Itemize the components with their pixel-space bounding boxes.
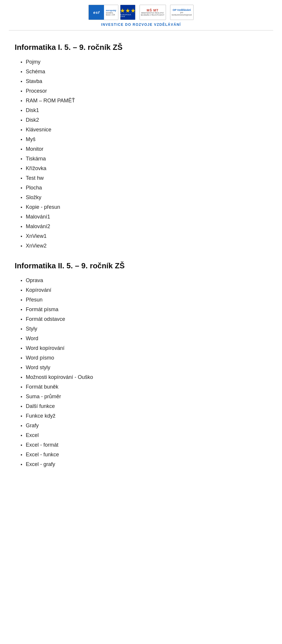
section1-list: PojmySchémaStavbaProcesorRAM – ROM PAMĚŤ… — [15, 57, 267, 251]
list-item: Monitor — [21, 144, 267, 154]
esf-abbr: esf — [89, 5, 104, 20]
list-item: Funkce když — [21, 411, 267, 421]
list-item: Excel - funkce — [21, 450, 267, 460]
list-item: Disk1 — [21, 106, 267, 115]
list-item: XnView2 — [21, 241, 267, 251]
list-item: Kopie - přesun — [21, 202, 267, 212]
list-item: Word — [21, 334, 267, 343]
list-item: Excel — [21, 431, 267, 440]
op-sub: pro konkurenceschopnost — [172, 11, 192, 16]
op-logo: OP Vzdělávání pro konkurenceschopnost — [170, 5, 194, 20]
list-item: Další funkce — [21, 401, 267, 411]
list-item: Excel - formát — [21, 440, 267, 450]
header-logos: esf evropský sociální fond v ČR ★★★ EVRO… — [0, 0, 282, 21]
op-title: OP Vzdělávání — [173, 9, 191, 11]
esf-logo: esf evropský sociální fond v ČR — [88, 5, 118, 20]
list-item: Oprava — [21, 276, 267, 285]
list-item: Grafy — [21, 421, 267, 431]
list-item: Malování2 — [21, 222, 267, 231]
list-item: Excel - grafy — [21, 460, 267, 469]
list-item: XnView1 — [21, 231, 267, 241]
list-item: Word styly — [21, 363, 267, 372]
eu-flag-logo: ★★★ EVROPSKÁ UNIE — [120, 5, 135, 20]
list-item: Klávesnice — [21, 125, 267, 135]
list-item: Suma - průměr — [21, 392, 267, 401]
section1-title: Informatika I. 5. – 9. ročník ZŠ — [15, 43, 267, 52]
list-item: Malování1 — [21, 212, 267, 222]
list-item: Disk2 — [21, 115, 267, 125]
list-item: Formát písma — [21, 305, 267, 314]
list-item: Procesor — [21, 86, 267, 96]
msmt-full: MINISTERSTVO ŠKOLSTVÍ, MLÁDEŽE A TĚLOVÝC… — [141, 12, 164, 16]
list-item: RAM – ROM PAMĚŤ — [21, 96, 267, 106]
list-item: Word písmo — [21, 353, 267, 363]
header-divider — [9, 30, 273, 30]
list-item: Styly — [21, 324, 267, 334]
eu-stars: ★★★ — [120, 8, 136, 13]
msmt-logo: MŠ MT MINISTERSTVO ŠKOLSTVÍ, MLÁDEŽE A T… — [140, 5, 166, 20]
page-content: Informatika I. 5. – 9. ročník ZŠ PojmySc… — [0, 37, 282, 483]
list-item: Formát odstavce — [21, 314, 267, 324]
esf-line1: evropský — [106, 9, 116, 12]
esf-line2: sociální — [106, 12, 116, 14]
msmt-abbr: MŠ MT — [147, 9, 158, 12]
section2-list: OpravaKopírováníPřesunFormát písmaFormát… — [15, 276, 267, 469]
eu-label: EVROPSKÁ UNIE — [120, 14, 135, 17]
esf-line3: fond v ČR — [106, 14, 116, 16]
list-item: Kopírování — [21, 285, 267, 295]
list-item: Test hw — [21, 173, 267, 183]
list-item: Možnosti kopírování - Ouško — [21, 372, 267, 382]
list-item: Formát buněk — [21, 382, 267, 392]
list-item: Tiskárna — [21, 154, 267, 164]
investice-banner: INVESTICE DO ROZVOJE VZDĚLÁVÁNÍ — [0, 21, 282, 30]
list-item: Word kopírování — [21, 343, 267, 353]
list-item: Přesun — [21, 295, 267, 305]
esf-text: evropský sociální fond v ČR — [104, 5, 118, 20]
list-item: Složky — [21, 193, 267, 202]
list-item: Stavba — [21, 77, 267, 86]
section2-title: Informatika II. 5. – 9. ročník ZŠ — [15, 261, 267, 270]
list-item: Schéma — [21, 67, 267, 77]
list-item: Myš — [21, 135, 267, 144]
list-item: Pojmy — [21, 57, 267, 67]
list-item: Křížovka — [21, 164, 267, 173]
list-item: Plocha — [21, 183, 267, 193]
